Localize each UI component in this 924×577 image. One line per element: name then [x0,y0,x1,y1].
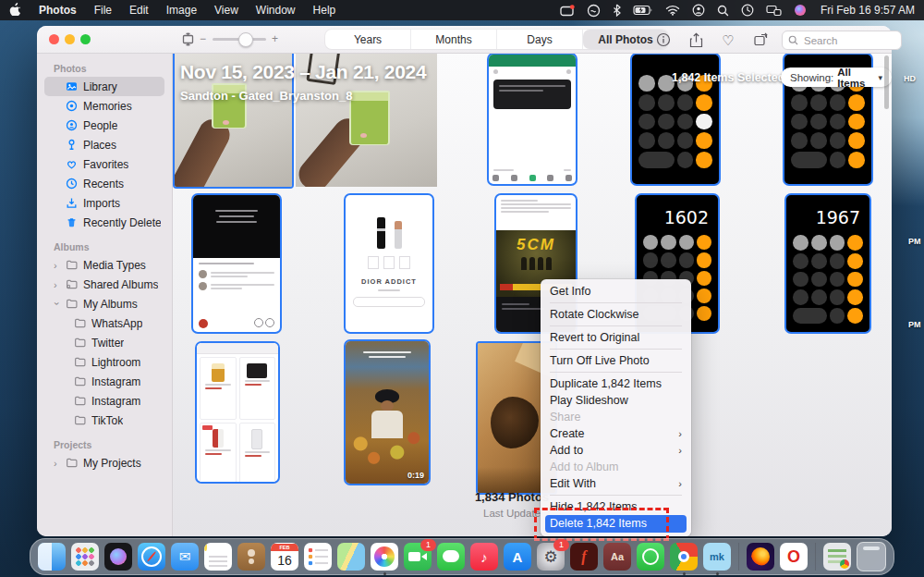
video-market[interactable]: 0:19 [346,341,429,484]
sidebar-item-shared-albums[interactable]: › Shared Albums [44,275,164,294]
screen-record-icon[interactable] [560,5,575,17]
dock-milanote[interactable]: mk [703,543,731,571]
search-field[interactable] [782,31,902,50]
menu-edit[interactable]: Edit [129,4,149,17]
creative-cloud-icon[interactable] [587,4,601,18]
dock-photos[interactable] [371,543,398,571]
dock-mail[interactable]: ✉ [171,543,199,571]
dock-chrome[interactable] [670,543,698,571]
account-icon[interactable] [692,4,705,17]
sidebar-item-favorites[interactable]: Favorites [44,154,164,174]
spotlight-icon[interactable] [717,5,729,17]
zoom-out-label[interactable]: − [200,32,206,45]
apple-menu-icon[interactable] [9,2,21,18]
folder-icon [74,395,86,407]
tab-months[interactable]: Months [411,30,497,49]
rotate-icon[interactable] [751,31,770,49]
menubar-app-name[interactable]: Photos [39,4,77,17]
screenshot-calculator-1967[interactable]: 1967 [786,195,869,332]
sidebar-item-recently-deleted[interactable]: Recently Deleted [44,213,164,232]
dock-launchpad[interactable] [71,543,99,571]
dock-contacts[interactable] [237,543,265,571]
sidebar-item-media-types[interactable]: › Media Types [44,255,164,275]
zoom-window-button[interactable] [80,34,91,44]
dock-notes[interactable] [204,543,232,571]
sidebar-item-memories[interactable]: Memories [44,96,164,116]
menu-file[interactable]: File [94,4,112,17]
tab-days[interactable]: Days [497,30,583,49]
dock-reminders[interactable] [304,543,332,571]
search-input[interactable] [802,34,880,47]
minimize-button[interactable] [65,34,75,44]
sidebar-item-instagram-album-2[interactable]: Instagram [44,391,164,411]
menu-item-turn-off-live-photo[interactable]: Turn Off Live Photo [541,352,691,369]
menu-help[interactable]: Help [313,4,336,17]
dock-messages[interactable] [437,543,465,571]
dock-maps[interactable] [337,543,365,571]
dock-firefox[interactable] [747,543,774,571]
share-icon[interactable] [687,31,705,49]
dock-downloads-window[interactable] [823,543,851,571]
sidebar-item-twitter-album[interactable]: Twitter [44,333,164,352]
dock-siri[interactable] [104,543,132,571]
screenshot-medical-app[interactable] [489,55,576,184]
sidebar: Photos Library Memories People Places Fa… [37,54,173,536]
screenshot-comments[interactable] [193,195,280,332]
dock-opera[interactable]: O [780,543,808,571]
menu-window[interactable]: Window [256,4,296,17]
crop-icon[interactable] [180,31,196,51]
sidebar-item-whatsapp-album[interactable]: WhatsApp [44,313,164,333]
dock-calendar[interactable]: FEB 16 [271,543,298,571]
sidebar-item-library[interactable]: Library [44,77,164,96]
sidebar-item-instagram-album[interactable]: Instagram [44,372,164,391]
zoom-in-label[interactable]: + [272,32,278,45]
tab-years[interactable]: Years [325,30,411,49]
menu-item-add-to-album: Add to Album [541,459,691,475]
menubar-clock[interactable]: Fri Feb 16 9:57 AM [821,4,915,17]
sidebar-item-imports[interactable]: Imports [44,193,164,213]
screenshot-shopping-app[interactable] [197,343,278,482]
bluetooth-icon[interactable] [613,4,621,17]
sidebar-item-my-albums[interactable]: › My Albums [44,294,164,313]
sidebar-item-places[interactable]: Places [44,135,164,154]
dock-trash[interactable] [857,542,886,571]
dock-safari[interactable] [138,543,165,571]
close-button[interactable] [49,34,59,44]
dock-app-store[interactable]: A [504,543,531,571]
screenshot-dior-product[interactable]: DIOR ADDICT [346,195,432,332]
showing-filter-dropdown[interactable]: Showing: All Items ▾ [781,68,892,87]
menu-item-edit-with[interactable]: Edit With› [541,475,691,492]
dock-flash-player[interactable]: f [570,543,598,571]
zoom-slider-knob[interactable] [238,32,253,47]
siri-icon[interactable] [794,4,807,17]
menu-item-add-to[interactable]: Add to› [541,442,691,459]
favorite-icon[interactable]: ♡ [719,31,737,49]
info-icon[interactable] [654,31,673,49]
sidebar-item-recents[interactable]: Recents [44,174,164,193]
menu-item-duplicate[interactable]: Duplicate 1,842 Items [541,375,691,392]
sidebar-item-people[interactable]: People [44,116,164,135]
menu-view[interactable]: View [214,4,238,17]
dock-system-settings[interactable]: ⚙1 [537,543,565,571]
view-segmented-control: Years Months Days All Photos [325,30,668,49]
sidebar-item-my-projects[interactable]: › My Projects [44,453,164,473]
display-icon[interactable] [766,5,782,17]
mail-icon: ✉ [179,548,191,565]
battery-icon[interactable] [633,5,653,16]
dock-whatsapp[interactable] [637,543,664,571]
dock-music[interactable]: ♪ [470,543,498,571]
menu-item-play-slideshow[interactable]: Play Slideshow [541,392,691,409]
sidebar-item-lightroom-album[interactable]: Lightroom [44,352,164,372]
wifi-icon[interactable] [665,5,680,16]
sidebar-item-tiktok-album[interactable]: TikTok [44,411,164,430]
menu-item-revert-to-original[interactable]: Revert to Original [541,329,691,346]
dock-finder[interactable] [38,543,66,571]
dock-facetime[interactable]: 1 [404,543,432,571]
menu-image[interactable]: Image [166,4,197,17]
scrollbar-thumb[interactable] [884,55,889,109]
menu-item-create[interactable]: Create› [541,425,691,442]
clock-icon[interactable] [741,4,754,17]
menu-item-get-info[interactable]: Get Info [541,283,691,300]
menu-item-rotate-clockwise[interactable]: Rotate Clockwise [541,306,691,323]
dock-dictionary[interactable]: Aa [603,543,631,571]
